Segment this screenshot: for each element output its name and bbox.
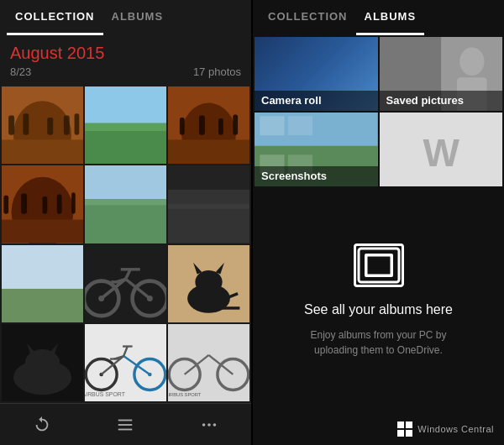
svg-rect-14 [180,118,185,135]
right-tab-collection[interactable]: COLLECTION [260,0,356,35]
svg-rect-77 [118,419,133,421]
photo-cell[interactable] [85,245,166,322]
photo-cell[interactable] [168,165,249,243]
svg-rect-20 [2,220,83,243]
svg-point-82 [213,423,217,427]
win-cell-3 [397,430,404,437]
photo-cell[interactable]: AIRBUS SPORT [168,324,249,401]
photo-grid: AIRBUS SPORT AIRBUS SPORT [0,85,251,403]
svg-rect-16 [218,118,223,135]
svg-point-95 [459,48,484,76]
date-sub: 8/23 17 photos [10,63,241,83]
svg-text:W: W [423,131,459,175]
more-icon[interactable] [188,408,230,442]
right-tab-albums[interactable]: ALBUMS [356,0,425,35]
svg-rect-87 [260,40,270,48]
date-title: August 2015 [10,44,241,63]
svg-rect-35 [85,245,166,322]
photo-cell[interactable] [2,86,83,164]
right-panel: COLLECTION ALBUMS Camera roll [253,0,504,445]
svg-rect-89 [318,40,344,58]
brand-name: Windows Central [417,424,494,434]
win-cell-2 [406,421,412,428]
photo-cell[interactable] [2,324,83,401]
refresh-icon[interactable] [21,408,63,442]
album-saved-label: Saved pictures [380,91,503,111]
svg-rect-17 [233,114,238,134]
svg-point-49 [195,270,222,293]
svg-rect-7 [75,113,80,134]
right-tab-bar: COLLECTION ALBUMS [253,0,504,35]
svg-rect-5 [47,118,53,135]
svg-rect-31 [168,190,249,209]
svg-point-81 [207,423,211,427]
album-screenshots-label: Screenshots [255,166,378,186]
svg-rect-25 [71,193,76,214]
photo-cell[interactable] [168,245,249,322]
photo-cell[interactable] [168,86,249,164]
photo-cell[interactable]: AIRBUS SPORT [85,324,166,401]
svg-rect-107 [366,255,391,275]
svg-rect-23 [43,196,48,214]
svg-rect-2 [2,139,83,164]
svg-rect-10 [85,123,166,131]
svg-rect-88 [288,40,314,58]
onedrive-title: See all your albums here [304,302,453,317]
win-cell-4 [406,430,412,437]
svg-rect-86 [260,53,282,56]
onedrive-description: Enjoy albums from your PC by uploading t… [295,327,463,358]
svg-rect-15 [199,116,205,135]
album-saved-pictures[interactable]: Saved pictures [380,37,503,111]
album-camera-roll[interactable]: Camera roll [255,37,378,111]
photo-cell[interactable] [85,165,166,243]
svg-rect-28 [85,200,166,206]
albums-grid: Camera roll Saved pictures [253,35,504,188]
svg-rect-85 [260,44,282,48]
onedrive-section: See all your albums here Enjoy albums fr… [253,188,504,413]
svg-rect-84 [260,40,282,56]
svg-rect-79 [118,428,133,430]
svg-rect-3 [8,116,14,135]
svg-rect-78 [118,424,133,426]
svg-rect-26 [85,165,166,199]
svg-rect-6 [64,116,70,135]
left-panel: COLLECTION ALBUMS August 2015 8/23 17 ph… [0,0,251,445]
photo-cell[interactable] [85,86,166,164]
svg-rect-4 [23,113,29,134]
win-cell-1 [397,421,404,428]
svg-rect-22 [21,194,27,214]
photo-cell[interactable] [2,245,83,322]
album-camera-label: Camera roll [255,91,378,111]
svg-rect-30 [168,204,249,243]
onedrive-icon [354,243,404,287]
left-tab-albums[interactable]: ALBUMS [103,0,172,35]
album-w[interactable]: W [380,113,503,186]
windows-logo-grid [397,421,412,437]
date-current: 8/23 [10,65,31,78]
svg-rect-27 [85,200,166,243]
svg-text:AIRBUS SPORT: AIRBUS SPORT [168,392,202,397]
album-screenshots[interactable]: Screenshots [255,113,378,186]
left-tab-collection[interactable]: COLLECTION [7,0,103,35]
svg-rect-106 [359,249,399,282]
list-icon[interactable] [104,408,146,442]
svg-rect-100 [260,116,284,135]
svg-rect-34 [2,245,83,289]
photo-count: 17 photos [193,65,241,78]
svg-point-80 [202,423,206,427]
svg-rect-24 [57,195,62,214]
svg-rect-21 [3,196,8,214]
svg-text:AIRBUS SPORT: AIRBUS SPORT [85,391,126,397]
svg-rect-101 [288,116,312,135]
svg-rect-13 [168,139,249,164]
svg-rect-90 [260,61,286,79]
date-header: August 2015 8/23 17 photos [0,35,251,85]
bottom-bar [0,403,251,445]
photo-cell[interactable] [2,165,83,243]
svg-rect-8 [85,86,166,123]
footer: Windows Central [253,413,504,445]
svg-rect-33 [2,288,83,322]
left-tab-bar: COLLECTION ALBUMS [0,0,251,35]
